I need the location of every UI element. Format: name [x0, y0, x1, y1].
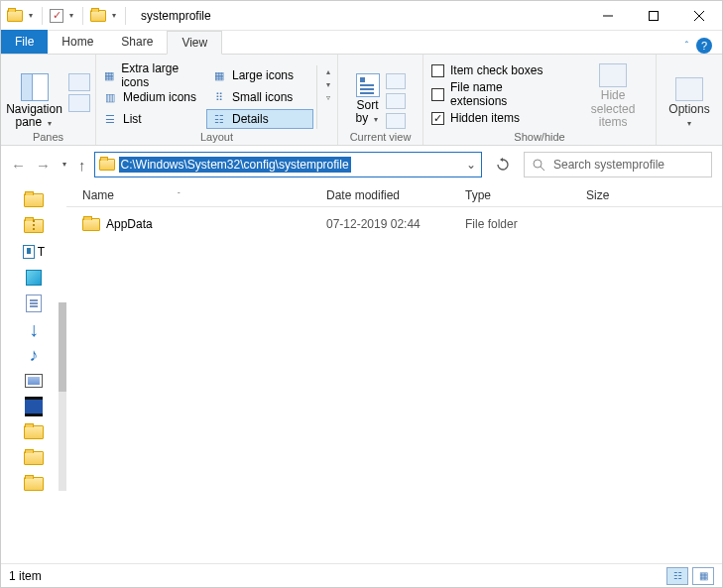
navigation-tree[interactable]: T ↓ ♪	[1, 183, 66, 560]
sort-by-button[interactable]: Sort by ▾	[355, 73, 379, 125]
layout-expand[interactable]: ▿	[320, 91, 336, 103]
collapse-ribbon-icon[interactable]: ˆ	[685, 41, 688, 52]
tree-item[interactable]	[23, 372, 45, 390]
list-icon: ☰	[102, 112, 118, 126]
folder-icon	[24, 193, 44, 207]
tree-item[interactable]: ♪	[23, 346, 45, 364]
details-icon: ☷	[211, 112, 227, 126]
search-input[interactable]: Search systemprofile	[524, 152, 712, 177]
properties-icon[interactable]: ✓	[50, 9, 63, 23]
group-layout-label: Layout	[200, 131, 233, 143]
thumbnails-view-button[interactable]: ▦	[692, 567, 714, 585]
column-headers: Name ˆ Date modified Type Size	[66, 183, 722, 207]
layout-list[interactable]: ☰ List	[97, 109, 204, 129]
chevron-down-icon: ▾	[372, 115, 380, 124]
close-button[interactable]	[676, 1, 722, 31]
layout-small-icons[interactable]: ⠿ Small icons	[206, 87, 313, 107]
item-check-boxes-toggle[interactable]: Item check boxes	[431, 63, 562, 77]
folder-icon	[24, 477, 44, 491]
group-panes-label: Panes	[33, 131, 63, 143]
thumbnails-view-icon: ▦	[699, 570, 708, 581]
content-area: T ↓ ♪ Name ˆ Date modified Type Size App…	[1, 183, 722, 560]
svg-point-4	[534, 160, 542, 168]
minimize-icon	[603, 11, 613, 21]
qat-customize-icon[interactable]: ▾	[110, 12, 118, 20]
address-dropdown-icon[interactable]: ⌄	[461, 158, 481, 172]
extra-large-icons-icon: ▦	[102, 68, 116, 82]
tree-item[interactable]: ↓	[23, 320, 45, 338]
tree-item[interactable]	[23, 449, 45, 467]
tree-item-this-pc[interactable]: T	[23, 243, 45, 261]
file-menu[interactable]: File	[1, 30, 48, 54]
layout-scroll-down[interactable]: ▾	[320, 78, 336, 90]
search-placeholder: Search systemprofile	[553, 158, 664, 172]
status-count: 1 item	[9, 569, 42, 583]
column-name[interactable]: Name ˆ	[82, 188, 326, 202]
navigation-row: ← → ▾ ↑ C:\Windows\System32\config\syste…	[1, 146, 722, 183]
folder-icon	[7, 10, 23, 22]
details-pane-button[interactable]	[68, 94, 90, 112]
column-type[interactable]: Type	[465, 188, 586, 202]
folder-icon	[24, 425, 44, 439]
hide-selected-button[interactable]: Hide selected items	[578, 63, 648, 129]
options-icon	[675, 77, 703, 101]
preview-pane-button[interactable]	[68, 73, 90, 91]
column-date[interactable]: Date modified	[326, 188, 465, 202]
up-button[interactable]: ↑	[78, 157, 86, 174]
navigation-pane-icon	[21, 73, 49, 101]
tree-item[interactable]	[23, 217, 45, 235]
help-button[interactable]: ?	[696, 38, 712, 54]
tree-scrollbar[interactable]	[59, 302, 66, 491]
layout-scroll-up[interactable]: ▴	[320, 65, 336, 77]
tree-item[interactable]	[23, 475, 45, 493]
folder-icon	[82, 218, 100, 231]
details-view-button[interactable]: ☷	[666, 567, 688, 585]
group-current-view: Sort by ▾ Current view	[338, 55, 423, 145]
svg-rect-1	[650, 11, 659, 20]
svg-line-5	[541, 167, 544, 171]
tab-view[interactable]: View	[167, 31, 222, 55]
tab-share[interactable]: Share	[107, 30, 167, 54]
maximize-button[interactable]	[631, 1, 676, 31]
qat-dropdown2-icon[interactable]: ▾	[67, 12, 75, 20]
layout-medium-icons[interactable]: ▥ Medium icons	[97, 87, 204, 107]
tree-item[interactable]	[23, 269, 45, 287]
qat-dropdown-icon[interactable]: ▾	[27, 12, 35, 20]
item-name: AppData	[106, 217, 153, 231]
refresh-button[interactable]	[490, 152, 516, 177]
group-by-button[interactable]	[386, 73, 406, 89]
navigation-pane-button[interactable]: Navigation pane ▾	[6, 73, 62, 129]
titlebar: ▾ ✓ ▾ ▾ systemprofile	[1, 1, 722, 31]
column-size[interactable]: Size	[586, 188, 665, 202]
back-button[interactable]: ←	[11, 157, 26, 174]
close-icon	[694, 11, 704, 21]
tree-item[interactable]	[23, 294, 45, 312]
sort-asc-icon: ˆ	[178, 190, 181, 199]
minimize-button[interactable]	[585, 1, 631, 31]
layout-large-icons[interactable]: ▦ Large icons	[206, 65, 313, 85]
pictures-icon	[25, 374, 43, 388]
folder-icon	[99, 159, 115, 171]
nav-pane-label2: pane	[15, 115, 42, 129]
add-columns-button[interactable]	[386, 93, 406, 109]
layout-details[interactable]: ☷ Details	[206, 109, 313, 129]
tree-item[interactable]	[23, 191, 45, 209]
zip-folder-icon	[24, 219, 44, 233]
address-path[interactable]: C:\Windows\System32\config\systemprofile	[119, 157, 351, 173]
medium-icons-icon: ▥	[102, 90, 118, 104]
tab-home[interactable]: Home	[48, 30, 107, 54]
tree-item[interactable]	[23, 423, 45, 441]
address-bar[interactable]: C:\Windows\System32\config\systemprofile…	[94, 152, 483, 177]
3d-objects-icon	[26, 270, 42, 286]
videos-icon	[25, 397, 43, 416]
history-dropdown[interactable]: ▾	[60, 161, 68, 169]
size-columns-button[interactable]	[386, 113, 406, 129]
file-name-extensions-toggle[interactable]: File name extensions	[431, 80, 562, 108]
table-row[interactable]: AppData 07-12-2019 02:44 File folder	[66, 213, 722, 235]
layout-extra-large-icons[interactable]: ▦ Extra large icons	[97, 65, 204, 85]
nav-pane-label1: Navigation	[6, 102, 62, 116]
tree-item[interactable]	[23, 398, 45, 415]
options-button[interactable]: Options ▾	[655, 77, 723, 129]
menubar: File Home Share View ˆ ?	[1, 31, 722, 55]
hidden-items-toggle[interactable]: ✓ Hidden items	[431, 111, 562, 125]
